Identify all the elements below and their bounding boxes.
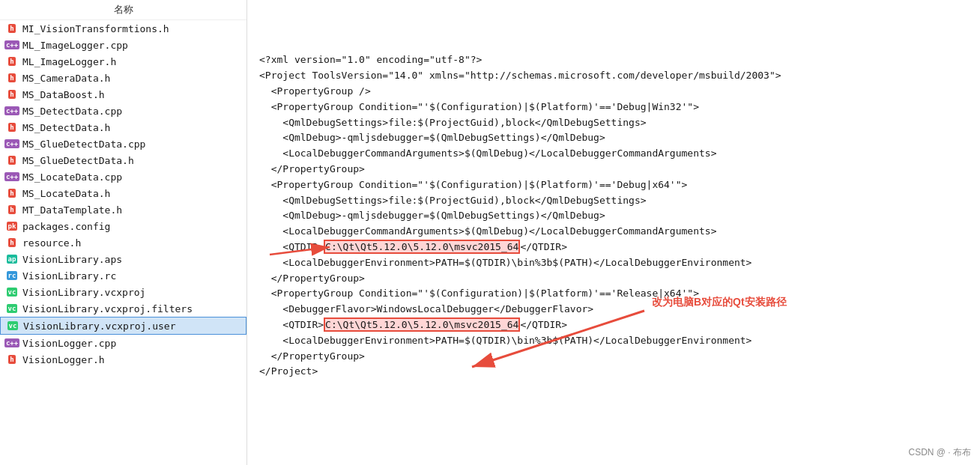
sidebar-item[interactable]: hMS_CameraData.h bbox=[0, 70, 246, 86]
sidebar-item[interactable]: hML_ImageLogger.h bbox=[0, 53, 246, 70]
file-type-icon: h bbox=[8, 90, 15, 99]
code-line: <PropertyGroup Condition="'$(Configurati… bbox=[259, 286, 968, 302]
file-type-icon: h bbox=[8, 205, 15, 214]
file-icon: c++ bbox=[6, 337, 18, 349]
code-line: <PropertyGroup /> bbox=[259, 84, 968, 100]
file-icon: c++ bbox=[6, 138, 18, 150]
sidebar-items-list: hMI_VisionTransformtions.hc++ML_ImageLog… bbox=[0, 20, 246, 368]
sidebar-item[interactable]: c++MS_DetectData.cpp bbox=[0, 103, 246, 119]
file-icon: c++ bbox=[6, 39, 18, 51]
code-line: <QmlDebugSettings>file:$(ProjectGuid),bl… bbox=[259, 193, 968, 209]
sidebar-title: 名称 bbox=[114, 3, 133, 16]
file-name: VisionLibrary.vcxproj bbox=[22, 287, 145, 298]
file-icon: h bbox=[6, 22, 18, 34]
file-type-icon: h bbox=[8, 57, 15, 66]
code-line: </Project> bbox=[259, 364, 968, 380]
sidebar-item[interactable]: hMS_GlueDetectData.h bbox=[0, 152, 246, 168]
sidebar-item[interactable]: apVisionLibrary.aps bbox=[0, 251, 246, 267]
code-line: <Project ToolsVersion="14.0" xmlns="http… bbox=[259, 68, 968, 84]
file-type-icon: h bbox=[8, 238, 15, 247]
code-editor-wrapper: <?xml version="1.0" encoding="utf-8"?><P… bbox=[247, 0, 980, 465]
sidebar-item[interactable]: hMT_DataTemplate.h bbox=[0, 201, 246, 218]
code-line: <QTDIR>C:\Qt\Qt5.12.0\5.12.0\msvc2015_64… bbox=[259, 240, 968, 255]
sidebar-item[interactable]: hMS_DetectData.h bbox=[0, 119, 246, 136]
code-line: <PropertyGroup Condition="'$(Configurati… bbox=[259, 177, 968, 193]
file-name: VisionLogger.cpp bbox=[22, 338, 116, 349]
file-name: MS_LocateData.h bbox=[22, 188, 110, 199]
file-name: MS_DetectData.h bbox=[22, 122, 110, 133]
file-icon: pk bbox=[6, 220, 18, 232]
file-icon: vc bbox=[7, 320, 19, 332]
file-name: ML_ImageLogger.cpp bbox=[22, 40, 128, 51]
code-editor[interactable]: <?xml version="1.0" encoding="utf-8"?><P… bbox=[247, 0, 980, 386]
file-type-icon: h bbox=[8, 24, 15, 33]
file-name: MS_DataBoost.h bbox=[22, 89, 105, 100]
file-type-icon: h bbox=[8, 189, 15, 198]
file-name: MS_GlueDetectData.h bbox=[22, 155, 134, 166]
sidebar-item[interactable]: vcVisionLibrary.vcxproj.filters bbox=[0, 300, 246, 317]
file-icon: c++ bbox=[6, 171, 18, 183]
file-icon: vc bbox=[6, 303, 18, 314]
file-name: MS_GlueDetectData.cpp bbox=[22, 139, 145, 150]
sidebar-header: 名称 bbox=[0, 0, 246, 20]
code-line: <?xml version="1.0" encoding="utf-8"?> bbox=[259, 52, 968, 68]
qtdir-highlight: C:\Qt\Qt5.12.0\5.12.0\msvc2015_64 bbox=[324, 240, 520, 254]
sidebar-item[interactable]: hVisionLogger.h bbox=[0, 351, 246, 368]
file-type-icon: c++ bbox=[4, 139, 19, 148]
file-type-icon: c++ bbox=[4, 172, 19, 181]
file-type-icon: h bbox=[8, 156, 15, 165]
file-icon: h bbox=[6, 353, 18, 365]
file-name: MS_LocateData.cpp bbox=[22, 171, 122, 183]
sidebar-item[interactable]: hMS_DataBoost.h bbox=[0, 86, 246, 103]
sidebar-item[interactable]: c++ML_ImageLogger.cpp bbox=[0, 37, 246, 53]
qtdir-highlight: C:\Qt\Qt5.12.0\5.12.0\msvc2015_64 bbox=[324, 317, 520, 332]
file-type-icon: c++ bbox=[4, 40, 19, 49]
code-line: </PropertyGroup> bbox=[259, 271, 968, 287]
file-name: MT_DataTemplate.h bbox=[22, 204, 122, 216]
sidebar-item[interactable]: rcVisionLibrary.rc bbox=[0, 267, 246, 284]
file-name: VisionLibrary.vcxproj.filters bbox=[22, 303, 193, 314]
file-icon: vc bbox=[6, 286, 18, 298]
sidebar-item[interactable]: vcVisionLibrary.vcxproj.user bbox=[0, 317, 246, 335]
file-type-icon: h bbox=[8, 73, 15, 82]
file-type-icon: pk bbox=[7, 222, 18, 231]
file-icon: h bbox=[6, 237, 18, 249]
code-line: <LocalDebuggerCommandArguments>$(QmlDebu… bbox=[259, 224, 968, 240]
sidebar-item[interactable]: c++VisionLogger.cpp bbox=[0, 335, 246, 351]
file-icon: ap bbox=[6, 253, 18, 265]
code-line: <QmlDebug>-qmljsdebugger=$(QmlDebugSetti… bbox=[259, 208, 968, 224]
file-type-icon: vc bbox=[7, 304, 18, 313]
code-line: <QmlDebug>-qmljsdebugger=$(QmlDebugSetti… bbox=[259, 130, 968, 146]
file-icon: h bbox=[6, 187, 18, 199]
file-icon: h bbox=[6, 72, 18, 84]
file-icon: h bbox=[6, 55, 18, 67]
file-name: VisionLibrary.aps bbox=[22, 254, 122, 265]
file-name: MS_CameraData.h bbox=[22, 73, 110, 84]
sidebar-item[interactable]: c++MS_GlueDetectData.cpp bbox=[0, 136, 246, 152]
file-icon: h bbox=[6, 88, 18, 100]
file-type-icon: h bbox=[8, 355, 15, 364]
file-name: VisionLogger.h bbox=[22, 354, 105, 365]
code-line: </PropertyGroup> bbox=[259, 162, 968, 177]
code-line: <QmlDebugSettings>file:$(ProjectGuid),bl… bbox=[259, 115, 968, 131]
code-line: <PropertyGroup Condition="'$(Configurati… bbox=[259, 100, 968, 115]
file-icon: h bbox=[6, 154, 18, 166]
sidebar-item[interactable]: vcVisionLibrary.vcxproj bbox=[0, 284, 246, 300]
file-icon: rc bbox=[6, 270, 18, 282]
file-icon: c++ bbox=[6, 105, 18, 117]
file-type-icon: ap bbox=[7, 255, 18, 264]
sidebar-item[interactable]: hMS_LocateData.h bbox=[0, 185, 246, 201]
file-name: VisionLibrary.vcxproj.user bbox=[23, 320, 176, 332]
sidebar-item[interactable]: c++MS_LocateData.cpp bbox=[0, 168, 246, 185]
file-type-icon: vc bbox=[7, 321, 19, 330]
sidebar-item[interactable]: hresource.h bbox=[0, 234, 246, 251]
sidebar-item[interactable]: pkpackages.config bbox=[0, 218, 246, 234]
file-type-icon: h bbox=[8, 123, 15, 132]
file-icon: h bbox=[6, 121, 18, 133]
annotation-text: 改为电脑B对应的Qt安装路径 bbox=[652, 296, 787, 309]
file-type-icon: c++ bbox=[4, 338, 19, 347]
code-content: <?xml version="1.0" encoding="utf-8"?><P… bbox=[247, 3, 980, 383]
code-line: <LocalDebuggerCommandArguments>$(QmlDebu… bbox=[259, 146, 968, 162]
sidebar-item[interactable]: hMI_VisionTransformtions.h bbox=[0, 20, 246, 37]
file-type-icon: c++ bbox=[4, 106, 19, 115]
